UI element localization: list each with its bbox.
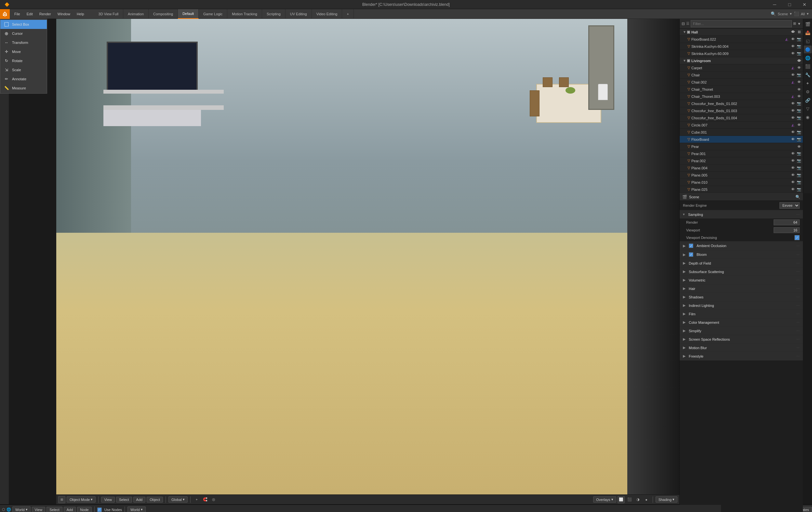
tool-scale[interactable]: ⇲ Scale (0, 65, 47, 74)
outliner-item-floorboard022[interactable]: ▽ FloorBoard.022 ◭ 👁 📷 (680, 36, 803, 43)
menu-edit[interactable]: Edit (23, 9, 36, 19)
motionblur-options-icon[interactable]: ⋯ (796, 346, 800, 350)
outliner-collection-hall[interactable]: ▾ ▣ Hall 👁 ⊠ (680, 29, 803, 36)
indirect-options-icon[interactable]: ⋯ (796, 304, 800, 307)
vis-icon-plane10[interactable]: 👁 (790, 180, 795, 184)
vis-icon-ch3[interactable]: 👁 (790, 116, 795, 120)
prop-tab-viewlayer[interactable]: ◱ (804, 37, 812, 45)
ao-enable-checkbox[interactable]: ✓ (689, 243, 693, 248)
outliner-item-skrinka2[interactable]: ▽ Skrinka-Kuchyn-60.009 👁 📷 (680, 50, 803, 57)
vis-icon-ch1[interactable]: 👁 (790, 101, 795, 106)
sss-options-icon[interactable]: ⋯ (796, 270, 800, 273)
workspace-tab-scripting[interactable]: Scripting (262, 9, 286, 19)
vis-icon-pear[interactable]: 👁 (796, 145, 802, 149)
transform-icon-btn[interactable]: ⌖ (193, 496, 200, 503)
film-options-icon[interactable]: ⋯ (796, 312, 800, 315)
colorman-header[interactable]: ▶ Color Management ⋯ (680, 318, 803, 326)
tool-rotate[interactable]: ↻ Rotate (0, 56, 47, 65)
scene-dropdown-icon[interactable]: ▾ (790, 12, 792, 16)
minimize-button[interactable]: ─ (767, 0, 782, 9)
outliner-item-pear002[interactable]: ▽ Pear.002 👁 📷 (680, 157, 803, 164)
outliner-search-input[interactable] (691, 20, 792, 27)
prop-tab-output[interactable]: 📤 (804, 29, 812, 36)
prop-tab-render[interactable]: 🎬 (804, 20, 812, 28)
mat-icon-th3[interactable]: ◭ (790, 94, 795, 98)
vis-icon-c[interactable]: 👁 (796, 66, 802, 70)
outliner-item-pear[interactable]: ▽ Pear 👁 (680, 143, 803, 150)
menu-file[interactable]: File (11, 9, 23, 19)
menu-help[interactable]: Help (74, 9, 87, 19)
outliner-item-carpet[interactable]: ▽ Carpet ◭ 👁 (680, 64, 803, 71)
shadows-header[interactable]: ▶ Shadows ⋯ (680, 293, 803, 301)
node-editor-mode-icon[interactable]: ⬡ (2, 507, 5, 512)
viewport-canvas[interactable] (56, 19, 679, 494)
view-button[interactable]: View (101, 497, 115, 503)
hair-header[interactable]: ▶ Hair ⋯ (680, 284, 803, 293)
add-workspace-button[interactable]: + (342, 9, 353, 19)
mat-icon[interactable]: ◭ (784, 37, 789, 41)
global-button[interactable]: Global▾ (169, 496, 187, 503)
use-nodes-checkbox[interactable]: ✓ (97, 507, 102, 512)
outliner-mode-icon[interactable]: ⊟ (682, 22, 685, 26)
workspace-tab-3dview[interactable]: 3D View Full (94, 9, 123, 19)
dof-header[interactable]: ▶ Depth of Field ⋯ (680, 259, 803, 267)
freestyle-header[interactable]: ▶ Freestyle ⋯ (680, 352, 803, 360)
search-icon[interactable]: 🔍 (771, 11, 776, 16)
workspace-tab-compositing[interactable]: Compositing (149, 9, 178, 19)
outliner-item-plane004[interactable]: ▽ Plane.004 👁 📷 (680, 164, 803, 172)
workspace-tab-default[interactable]: Default (178, 9, 199, 19)
indirect-header[interactable]: ▶ Indirect Lighting ⋯ (680, 301, 803, 309)
hair-options-icon[interactable]: ⋯ (796, 287, 800, 290)
vis-icon-plane25[interactable]: 👁 (790, 187, 795, 191)
render-icon3[interactable]: 📷 (796, 51, 802, 56)
proportional-edit-icon[interactable]: ◎ (210, 496, 217, 503)
prop-tab-scene[interactable]: 🔵 (804, 46, 812, 53)
workspace-tab-gamelogic[interactable]: Game Logic (199, 9, 227, 19)
view-layer-icon[interactable]: ⬛ (794, 11, 799, 16)
film-header[interactable]: ▶ Film ⋯ (680, 310, 803, 318)
mat-icon-circle[interactable]: ◭ (790, 123, 795, 127)
render-icon2[interactable]: 📷 (796, 44, 802, 49)
sampling-options-icon[interactable]: ⋯ (796, 213, 800, 216)
vis-icon-plane4[interactable]: 👁 (790, 166, 795, 170)
outliner-funnel-icon[interactable]: ▼ (798, 22, 801, 26)
render-samples-value[interactable]: 64 (774, 219, 800, 225)
menu-render[interactable]: Render (36, 9, 54, 19)
outliner-item-chairthonet[interactable]: ▽ Chair_Thonet 👁 (680, 86, 803, 93)
outliner-item-plane010[interactable]: ▽ Plane.010 👁 📷 (680, 179, 803, 186)
vol-options-icon[interactable]: ⋯ (796, 278, 800, 282)
object-mode-button[interactable]: Object Mode ▾ (67, 496, 96, 503)
vis-icon-ch[interactable]: 👁 (790, 73, 795, 77)
simplify-options-icon[interactable]: ⋯ (796, 329, 800, 333)
ssr-options-icon[interactable]: ⋯ (796, 337, 800, 341)
ao-header[interactable]: ▶ ✓ Ambient Occlusion ⋯ (680, 242, 803, 250)
outliner-item-skrinka1[interactable]: ▽ Skrinka-Kuchyn-60.004 👁 📷 (680, 43, 803, 50)
world-button-node2[interactable]: World ▾ (127, 507, 146, 512)
vis-icon-th[interactable]: 👁 (796, 87, 802, 91)
world-button-node[interactable]: World ▾ (12, 507, 31, 512)
outliner-item-chocofur2[interactable]: ▽ Chocofur_free_Beds_01.003 👁 📷 (680, 107, 803, 114)
vis-icon-ch2b[interactable]: 👁 (790, 109, 795, 113)
tool-move[interactable]: ✛ Move (0, 47, 47, 56)
workspace-tab-motiontracking[interactable]: Motion Tracking (227, 9, 262, 19)
workspace-tab-videoediting[interactable]: Video Editing (312, 9, 342, 19)
viewport-denoising-checkbox[interactable]: ✓ (794, 235, 800, 240)
sampling-header[interactable]: ▾ Sampling ⋯ (680, 210, 803, 218)
prop-tab-object[interactable]: ⬛ (804, 62, 812, 70)
prop-tab-modifier[interactable]: 🔧 (804, 71, 812, 79)
vis-icon-fb[interactable]: 👁 (790, 137, 795, 142)
rendered-mode-btn[interactable]: ● (643, 496, 650, 503)
vis-icon-ch2[interactable]: 👁 (796, 80, 802, 84)
prop-tab-physics[interactable]: ⚙ (804, 88, 812, 96)
mat-icon-c[interactable]: ◭ (790, 66, 795, 70)
outliner-item-chair[interactable]: ▽ Chair 👁 📷 (680, 71, 803, 79)
tool-select-box[interactable]: Select Box (0, 20, 47, 29)
outliner-item-chocofur1[interactable]: ▽ Chocofur_free_Beds_01.002 👁 📷 (680, 100, 803, 107)
object-button[interactable]: Object (147, 497, 163, 503)
wireframe-mode-btn[interactable]: ⬜ (617, 496, 625, 503)
tool-transform[interactable]: ↔ Transform (0, 38, 47, 47)
simplify-header[interactable]: ▶ Simplify ⋯ (680, 327, 803, 335)
viewport-samples-value[interactable]: 16 (774, 227, 800, 233)
render-icon-plane4[interactable]: 📷 (796, 166, 802, 170)
prop-tab-world[interactable]: 🌐 (804, 54, 812, 62)
